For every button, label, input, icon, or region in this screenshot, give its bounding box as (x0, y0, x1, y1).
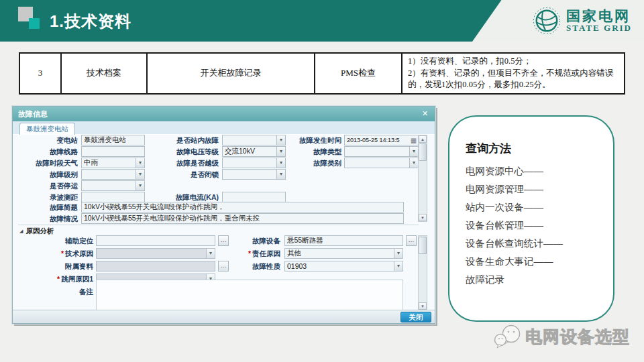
logo-en: STATE GRID (566, 23, 632, 33)
chevron-down-icon[interactable]: ▾ (276, 147, 285, 156)
dialog-form: 变电站 暴鼓洲变电站 是否站内故障 ▾ 故障发生时间 2013-05-25 14… (18, 135, 431, 324)
duty-cause-dropdown[interactable]: 其他▾ (284, 248, 403, 259)
label-trip-cause1: *跳闸原因1 (18, 274, 93, 284)
label-device: 故障设备 (223, 235, 280, 246)
fault-info-dialog: 故障信息 ✕ 暴鼓洲变电站 变电站 暴鼓洲变电站 是否站内故障 ▾ 故障发生时间… (12, 106, 435, 324)
wave-distance-field[interactable] (81, 192, 145, 202)
scroll-up-icon[interactable]: ▲ (419, 135, 427, 143)
calendar-icon[interactable]: ▦ (409, 137, 418, 144)
scroll-down-icon[interactable]: ▼ (419, 302, 427, 310)
criteria-table: 3 技术档案 开关柜故障记录 PMS检查 1）没有资料、记录的，扣0.5分； 2… (19, 52, 625, 95)
label-fault-category: 故障类别 (288, 158, 341, 168)
cell-item: 开关柜故障记录 (147, 53, 315, 94)
device-field[interactable]: 悬55断路器 (284, 235, 403, 246)
label-duty-cause: *责任原因 (223, 248, 280, 259)
fault-line-field[interactable] (81, 146, 145, 157)
fault-category-dropdown[interactable]: ▾ (344, 158, 419, 168)
slide-header: 1.技术资料 国家电网 STATE GRID (0, 0, 644, 42)
cell-criteria: 1）没有资料、记录的，扣0.5分； 2）有资料、记录的，但项目不齐全，不规范或内… (402, 53, 625, 94)
cell-number: 3 (19, 53, 61, 94)
label-locked: 是否闭锁 (146, 169, 219, 180)
panel-item: 设备台帐查询统计—— (466, 235, 600, 253)
form-scrollbar-upper[interactable]: ▲ ▼ (418, 135, 427, 222)
substation-field[interactable]: 暴鼓洲变电站 (81, 135, 145, 145)
attach-field[interactable] (96, 261, 215, 272)
close-button[interactable]: 关闭 (400, 312, 431, 322)
label-fault-type: 故障类型 (288, 146, 341, 157)
label-fault-current: 故障电流(KA) (146, 192, 219, 202)
label-nature: 故障性质 (223, 261, 280, 272)
chevron-down-icon[interactable]: ▾ (276, 170, 285, 179)
scrollbar-thumb[interactable] (419, 143, 427, 161)
chevron-down-icon[interactable]: ▾ (394, 261, 402, 271)
label-over-level: 故障是否越级 (146, 158, 219, 168)
in-station-dropdown[interactable]: ▾ (222, 135, 286, 145)
label-out-of-service: 是否停运 (18, 180, 78, 191)
section-divider (18, 225, 419, 225)
decor-square-teal (29, 18, 40, 29)
chevron-down-icon[interactable]: ▾ (136, 158, 144, 168)
out-of-service-dropdown[interactable]: ▾ (81, 180, 145, 191)
required-marker: * (57, 275, 60, 283)
tab-substation[interactable]: 暴鼓洲变电站 (19, 123, 75, 135)
remark-textarea[interactable] (96, 280, 403, 310)
required-marker: * (61, 249, 64, 257)
state-grid-emblem-icon (533, 7, 561, 35)
label-fault-level: 故障级别 (18, 169, 78, 180)
fault-level-dropdown[interactable]: ▾ (81, 169, 145, 180)
close-icon[interactable]: ✕ (420, 109, 430, 119)
criteria-line2: 2）有资料、记录的，但项目不齐全，不规范或内容错误的，发现1次扣0.05分，最多… (408, 68, 619, 91)
panel-item: 设备生命大事记—— (466, 253, 600, 271)
scroll-down-icon[interactable]: ▼ (419, 214, 427, 221)
logo-area: 国家电网 STATE GRID (472, 0, 644, 42)
label-aux-locate: 辅助定位 (18, 235, 93, 246)
chevron-down-icon[interactable]: ▾ (206, 249, 215, 258)
watermark-text: 电网设备选型 (525, 326, 630, 348)
aux-locate-field[interactable] (96, 235, 215, 246)
form-scrollbar-lower[interactable]: ▼ (418, 235, 427, 310)
label-weather: 故障时段天气 (18, 158, 78, 168)
dialog-titlebar[interactable]: 故障信息 ✕ (13, 107, 435, 121)
query-method-panel: 查询方法 电网资源中心—— 电网资源管理—— 站内一次设备—— 设备台帐管理——… (448, 115, 614, 322)
voltage-dropdown[interactable]: 交流10kV▾ (222, 146, 286, 157)
table-row: 3 技术档案 开关柜故障记录 PMS检查 1）没有资料、记录的，扣0.5分； 2… (19, 53, 625, 94)
dialog-footer: 关闭 (13, 310, 435, 323)
panel-item: 电网资源管理—— (466, 180, 600, 198)
fault-current-field[interactable] (222, 192, 286, 202)
tech-cause-dropdown[interactable]: ▾ (96, 248, 215, 259)
chevron-down-icon[interactable]: ▾ (136, 170, 144, 179)
label-wave-distance: 录波测距 (18, 192, 78, 202)
criteria-line1: 1）没有资料、记录的，扣0.5分； (408, 56, 619, 68)
chevron-down-icon[interactable]: ▾ (136, 181, 144, 190)
label-occur-time: 故障发生时间 (288, 135, 341, 145)
slide: 1.技术资料 国家电网 STATE GRID 3 技术档案 开关柜故障记录 PM… (0, 0, 644, 362)
nature-dropdown[interactable]: 01903▾ (284, 261, 403, 272)
chevron-down-icon[interactable]: ▾ (276, 135, 285, 145)
locked-dropdown[interactable]: ▾ (222, 169, 286, 180)
panel-item: 站内一次设备—— (466, 198, 600, 217)
brief-field[interactable]: 10kV小碶线暴55开关电流II段保护动作跳闸， (81, 202, 404, 213)
situation-field[interactable]: 10kV小碶线暴55开关电流II段保护动作跳闸，重合闸未投 (81, 213, 404, 224)
scrollbar-thumb[interactable] (419, 237, 427, 254)
fault-type-dropdown[interactable]: ▾ (344, 146, 419, 157)
dialog-title: 故障信息 (18, 110, 48, 118)
chevron-down-icon[interactable]: ▾ (409, 158, 418, 168)
label-tech-cause: *技术原因 (18, 248, 93, 259)
chevron-down-icon[interactable]: ▾ (276, 158, 285, 168)
over-level-dropdown[interactable]: ▾ (222, 158, 286, 168)
cause-section-header[interactable]: ◢原因分析 (19, 227, 54, 236)
panel-item: 电网资源中心—— (466, 162, 600, 180)
label-brief: 故障简题 (18, 202, 78, 213)
label-substation: 变电站 (18, 135, 78, 145)
occur-time-field[interactable]: 2013-05-25 14:13:5▦ (344, 135, 419, 145)
chevron-down-icon[interactable]: ▾ (394, 249, 402, 258)
collapse-icon[interactable]: ◢ (19, 229, 23, 233)
cell-method: PMS检查 (315, 53, 402, 94)
panel-item: 设备台帐管理—— (466, 217, 600, 235)
label-voltage: 故障电压等级 (146, 146, 219, 157)
chevron-down-icon[interactable]: ▾ (409, 147, 418, 156)
browse-icon[interactable]: … (406, 235, 417, 246)
required-marker: * (248, 249, 251, 257)
label-situation: 故障情况 (18, 213, 78, 224)
weather-dropdown[interactable]: 中雨▾ (81, 158, 145, 168)
